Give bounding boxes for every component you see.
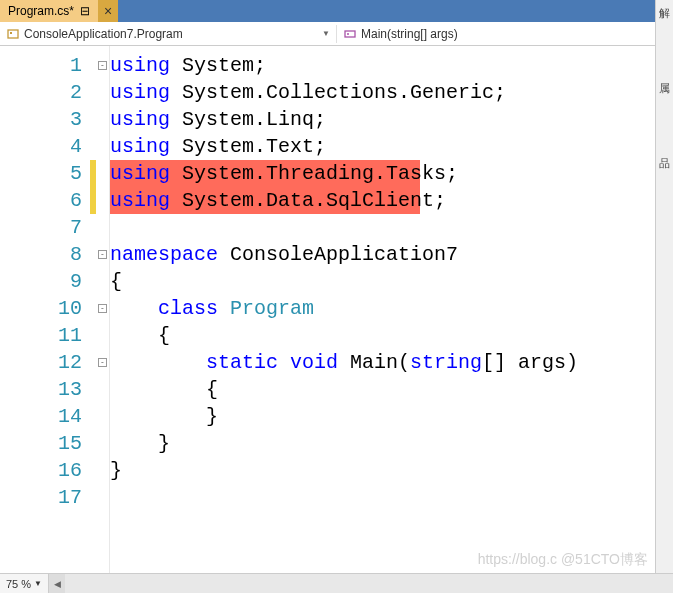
fold-toggle-icon[interactable]: - [98,250,107,259]
line-number: 2 [0,79,82,106]
line-number: 14 [0,403,82,430]
line-number: 7 [0,214,82,241]
navigation-bar: ConsoleApplication7.Program ▼ Main(strin… [0,22,673,46]
tab-bar: Program.cs* ⊟ × [0,0,673,22]
member-dropdown-label: Main(string[] args) [361,27,458,41]
line-number: 11 [0,322,82,349]
line-number: 3 [0,106,82,133]
tab-title: Program.cs* [8,4,74,18]
line-number: 8 [0,241,82,268]
side-tab[interactable]: 解 [659,6,670,21]
class-dropdown-label: ConsoleApplication7.Program [24,27,183,41]
svg-rect-0 [8,30,18,38]
horizontal-scrollbar[interactable]: ◀ [49,574,673,593]
line-number: 5 [0,160,82,187]
svg-point-3 [347,33,349,35]
outline-column: - - - - [96,46,110,573]
fold-toggle-icon[interactable]: - [98,358,107,367]
svg-rect-1 [10,32,12,34]
member-dropdown[interactable]: Main(string[] args) ▼ [337,25,673,43]
scroll-left-icon[interactable]: ◀ [49,574,65,593]
watermark: https://blog.c @51CTO博客 [478,551,648,569]
editor: 1 2 3 4 5 6 7 8 9 10 11 12 13 14 15 16 1… [0,46,673,573]
zoom-dropdown[interactable]: 75 % ▼ [0,574,49,593]
line-number-gutter: 1 2 3 4 5 6 7 8 9 10 11 12 13 14 15 16 1… [0,46,90,573]
chevron-down-icon: ▼ [34,579,42,588]
file-tab[interactable]: Program.cs* ⊟ [0,0,98,22]
class-icon [6,27,20,41]
line-number: 4 [0,133,82,160]
line-number: 13 [0,376,82,403]
svg-rect-2 [345,31,355,37]
fold-toggle-icon[interactable]: - [98,61,107,70]
line-number: 6 [0,187,82,214]
status-bar: 75 % ▼ ◀ [0,573,673,593]
line-number: 1 [0,52,82,79]
chevron-down-icon: ▼ [322,29,330,38]
class-dropdown[interactable]: ConsoleApplication7.Program ▼ [0,25,337,43]
fold-toggle-icon[interactable]: - [98,304,107,313]
line-number: 12 [0,349,82,376]
tab-close-button[interactable]: × [98,0,118,22]
line-number: 17 [0,484,82,511]
zoom-label: 75 % [6,578,31,590]
code-area[interactable]: using System; using System.Collections.G… [110,46,673,573]
line-number: 16 [0,457,82,484]
line-number: 9 [0,268,82,295]
pin-icon[interactable]: ⊟ [80,4,90,18]
method-icon [343,27,357,41]
line-number: 10 [0,295,82,322]
line-number: 15 [0,430,82,457]
